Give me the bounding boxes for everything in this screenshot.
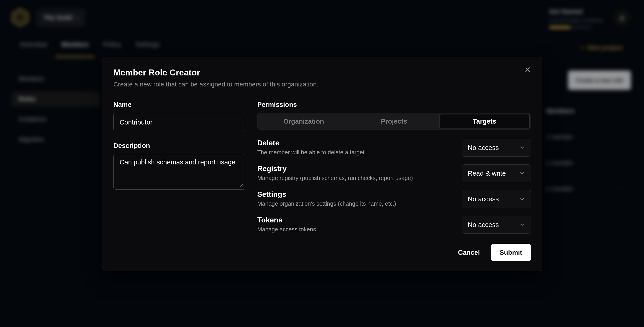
permission-row-tokens: Tokens Manage access tokens No access [257,216,531,234]
permission-rows: Delete The member will be able to delete… [257,139,531,234]
permissions-tabgroup: Organization Projects Targets [257,113,531,130]
tab-targets[interactable]: Targets [439,114,530,128]
chevron-down-icon [519,222,525,228]
role-form-column: Name Description Can publish schemas and… [114,101,245,234]
description-field-wrap: Can publish schemas and report usage [114,154,245,190]
member-role-creator-dialog: ✕ Member Role Creator Create a new role … [102,57,542,271]
tab-organization[interactable]: Organization [258,114,349,128]
name-label: Name [114,101,245,108]
chevron-down-icon [519,196,525,202]
permission-description: Manage access tokens [257,226,316,233]
permissions-column: Permissions Organization Projects Target… [257,101,531,234]
permissions-label: Permissions [257,101,531,108]
permission-row-settings: Settings Manage organization's settings … [257,190,531,208]
chevron-down-icon [519,170,525,176]
permission-description: The member will be able to delete a targ… [257,149,364,156]
role-description-textarea[interactable]: Can publish schemas and report usage [114,154,245,190]
permission-title: Registry [257,164,413,173]
settings-access-select[interactable]: No access [462,190,531,208]
select-value: No access [468,195,499,203]
cancel-button[interactable]: Cancel [452,245,486,261]
dialog-title: Member Role Creator [114,68,531,77]
delete-access-select[interactable]: No access [462,139,531,157]
dialog-footer: Cancel Submit [114,244,531,261]
permission-title: Delete [257,139,364,147]
select-value: No access [468,221,499,229]
resize-handle-icon[interactable] [240,183,244,187]
select-value: Read & write [468,170,506,177]
permission-title: Tokens [257,216,316,224]
chevron-down-icon [519,145,525,151]
app-root: The Guild ▾ Get Started 2 out of 5 tasks… [0,0,644,327]
permission-row-delete: Delete The member will be able to delete… [257,139,531,157]
submit-button[interactable]: Submit [491,244,531,261]
close-icon[interactable]: ✕ [522,64,533,75]
tab-projects[interactable]: Projects [349,114,439,128]
role-name-input[interactable] [114,113,245,131]
description-label: Description [114,142,245,150]
select-value: No access [468,144,499,152]
permission-row-registry: Registry Manage registry (publish schema… [257,164,531,182]
tokens-access-select[interactable]: No access [462,216,531,234]
permission-description: Manage organization's settings (change i… [257,200,396,207]
registry-access-select[interactable]: Read & write [462,164,531,182]
dialog-subtitle: Create a new role that can be assigned t… [114,81,531,88]
permission-title: Settings [257,190,396,199]
permission-description: Manage registry (publish schemas, run ch… [257,175,413,181]
